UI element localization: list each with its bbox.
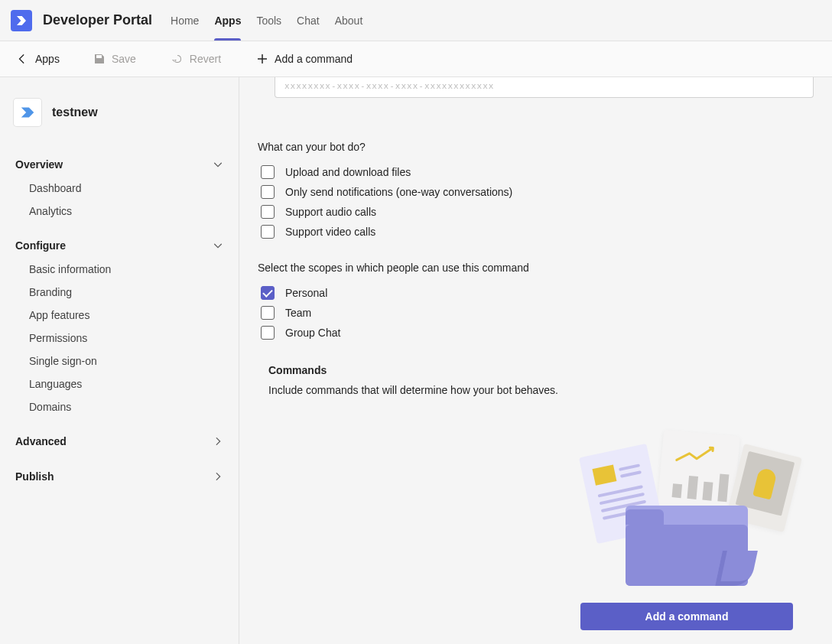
sidebar-item-branding[interactable]: Branding xyxy=(29,281,225,304)
dev-portal-logo[interactable] xyxy=(11,10,32,31)
revert-icon xyxy=(171,53,184,65)
top-tabs: Home Apps Tools Chat About xyxy=(171,0,362,41)
tab-about[interactable]: About xyxy=(335,0,363,41)
sidebar-item-app-features[interactable]: App features xyxy=(29,304,225,327)
save-label: Save xyxy=(112,53,136,65)
back-button[interactable]: Apps xyxy=(11,50,66,68)
capabilities-question: What can your bot do? xyxy=(258,141,814,153)
save-icon xyxy=(93,53,106,65)
sidebar-item-languages[interactable]: Languages xyxy=(29,372,225,395)
action-toolbar: Apps Save Revert Add a command xyxy=(0,41,832,77)
add-command-toolbar-label: Add a command xyxy=(275,53,353,65)
chevron-down-icon xyxy=(213,159,223,170)
app-name: testnew xyxy=(52,106,98,119)
app-header: testnew xyxy=(14,99,225,126)
commands-description: Include commands that will determine how… xyxy=(268,384,814,396)
sidebar-item-analytics[interactable]: Analytics xyxy=(29,200,225,223)
sidebar-header-advanced[interactable]: Advanced xyxy=(14,429,225,454)
revert-button: Revert xyxy=(164,50,229,68)
chevron-right-icon xyxy=(213,436,223,447)
scope-label: Team xyxy=(285,307,311,319)
revert-label: Revert xyxy=(190,53,221,65)
checkbox-notifications[interactable] xyxy=(261,185,275,199)
add-command-button[interactable]: Add a command xyxy=(580,603,793,630)
checkbox-video-calls[interactable] xyxy=(261,225,275,239)
sidebar-item-dashboard[interactable]: Dashboard xyxy=(29,177,225,200)
back-label: Apps xyxy=(35,53,60,65)
tab-home[interactable]: Home xyxy=(171,0,199,41)
app-icon xyxy=(14,99,41,126)
capability-label: Support audio calls xyxy=(285,206,376,218)
checkbox-upload-download[interactable] xyxy=(261,165,275,179)
checkbox-scope-team[interactable] xyxy=(261,306,275,320)
empty-state-illustration xyxy=(580,433,794,586)
top-nav: Developer Portal Home Apps Tools Chat Ab… xyxy=(0,0,832,41)
sidebar: testnew Overview Dashboard Analytics Con… xyxy=(0,77,239,644)
tab-chat[interactable]: Chat xyxy=(297,0,320,41)
scope-label: Personal xyxy=(285,287,327,299)
chevron-down-icon xyxy=(213,240,223,251)
tab-tools[interactable]: Tools xyxy=(256,0,281,41)
dev-portal-icon xyxy=(15,15,28,27)
scope-label: Group Chat xyxy=(285,327,340,339)
content-area: xxxxxxxx-xxxx-xxxx-xxxx-xxxxxxxxxxxx Wha… xyxy=(239,77,832,644)
portal-title: Developer Portal xyxy=(43,12,152,28)
save-button: Save xyxy=(86,50,144,68)
capability-label: Only send notifications (one-way convers… xyxy=(285,186,512,198)
chevron-right-icon xyxy=(213,471,223,482)
capability-label: Support video calls xyxy=(285,226,375,238)
bot-id-field[interactable]: xxxxxxxx-xxxx-xxxx-xxxx-xxxxxxxxxxxx xyxy=(275,77,814,98)
checkbox-scope-group-chat[interactable] xyxy=(261,326,275,340)
empty-state: Add a command xyxy=(580,433,794,630)
tab-apps[interactable]: Apps xyxy=(214,0,241,41)
sidebar-item-permissions[interactable]: Permissions xyxy=(29,327,225,350)
commands-title: Commands xyxy=(268,364,814,376)
sidebar-item-domains[interactable]: Domains xyxy=(29,395,225,418)
app-arrow-icon xyxy=(19,104,36,121)
sidebar-header-publish[interactable]: Publish xyxy=(14,464,225,489)
chevron-left-icon xyxy=(17,54,28,64)
checkbox-scope-personal[interactable] xyxy=(261,286,275,300)
checkbox-audio-calls[interactable] xyxy=(261,205,275,219)
sidebar-item-basic-information[interactable]: Basic information xyxy=(29,258,225,281)
sidebar-item-single-sign-on[interactable]: Single sign-on xyxy=(29,350,225,372)
sidebar-header-configure[interactable]: Configure xyxy=(14,233,225,258)
scopes-question: Select the scopes in which people can us… xyxy=(258,262,814,274)
sidebar-header-overview[interactable]: Overview xyxy=(14,152,225,177)
add-command-toolbar-button[interactable]: Add a command xyxy=(249,50,360,68)
capability-label: Upload and download files xyxy=(285,166,411,178)
plus-icon xyxy=(256,53,268,65)
